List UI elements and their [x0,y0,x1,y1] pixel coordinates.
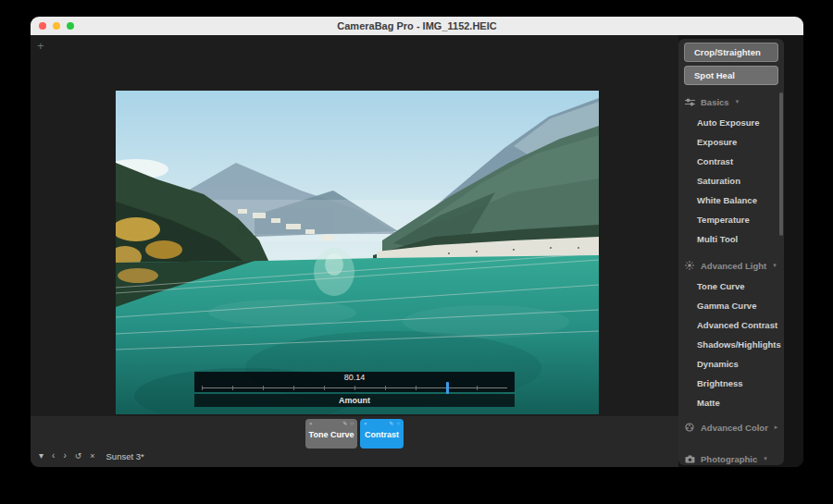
slider-handle[interactable] [446,382,449,394]
current-preset-name: Sunset 3* [106,451,144,461]
previous-preset-icon[interactable]: ‹ [52,450,55,461]
section-header-advanced-color[interactable]: Advanced Color ▸ [678,422,784,433]
adjustment-item[interactable]: Shadows/Highlights [678,335,784,354]
remove-filter-icon[interactable]: × [364,420,367,427]
palette-icon [685,423,696,432]
panel-scrollbar[interactable] [779,92,783,236]
filter-tiles: × ✎ ○ Tone Curve × ✎ [305,419,404,449]
clear-preset-icon[interactable]: × [90,450,94,461]
adjustment-item[interactable]: Saturation [678,171,784,191]
adjustment-item[interactable]: Brightness [678,374,784,393]
adjustment-item[interactable]: Temperature [678,210,784,229]
section-label: Advanced Light [701,261,766,271]
main-area: + [31,35,678,467]
caret-down-icon[interactable]: ▾ [764,455,767,462]
photo-image[interactable]: 80.14 Amount [116,91,599,414]
caret-right-icon[interactable]: ▸ [775,424,778,431]
adjustment-item[interactable]: Gamma Curve [678,296,784,315]
minimize-window-button[interactable] [53,22,60,30]
filter-tile-contrast[interactable]: × ✎ ○ Contrast [360,419,404,449]
caret-down-icon[interactable]: ▾ [736,98,740,105]
reset-icon[interactable]: ↺ [75,450,82,461]
spot-heal-button[interactable]: Spot Heal [684,66,778,85]
right-sidebar: Crop/Straighten Spot Heal Basics ▾ [678,35,803,467]
filter-tile-label: Contrast [360,430,404,439]
adjustment-item[interactable]: Advanced Contrast [678,315,784,335]
filter-tray: × ✎ ○ Tone Curve × ✎ [31,416,678,467]
advanced-light-items: Tone Curve Gamma Curve Advanced Contrast… [678,277,784,412]
filter-tile-tone-curve[interactable]: × ✎ ○ Tone Curve [305,419,357,449]
close-window-button[interactable] [39,22,46,30]
sun-icon [685,261,696,270]
slider-value: 80.14 [194,372,515,383]
adjustment-item[interactable]: Matte [678,393,784,412]
remove-filter-icon[interactable]: × [309,420,313,427]
toggle-filter-icon[interactable]: ○ [350,420,354,427]
section-label: Photographic [701,454,757,464]
title-bar[interactable]: CameraBag Pro - IMG_1152.HEIC [31,17,803,35]
section-label: Advanced Color [701,423,768,433]
collapse-tray-icon[interactable]: ▾ [39,450,44,461]
section-header-advanced-light[interactable]: Advanced Light ▾ [678,260,784,271]
app-window: CameraBag Pro - IMG_1152.HEIC + [31,17,803,467]
adjustment-item[interactable]: White Balance [678,191,784,210]
basics-items: Auto Exposure Exposure Contrast Saturati… [678,113,784,249]
adjustment-item[interactable]: Dynamics [678,354,784,374]
adjustment-slider[interactable]: 80.14 [194,372,515,392]
camera-icon [685,454,696,463]
add-icon[interactable]: + [37,39,44,53]
preset-nav-row: ▾ ‹ › ↺ × Sunset 3* [39,450,144,461]
app-content: + [31,35,803,467]
adjustment-item[interactable]: Exposure [678,132,784,152]
section-header-photographic[interactable]: Photographic ▾ [678,453,784,464]
slider-track[interactable] [202,387,507,388]
adjustments-panel: Crop/Straighten Spot Heal Basics ▾ [678,39,784,465]
slider-label: Amount [194,394,515,407]
section-header-basics[interactable]: Basics ▾ [678,96,784,107]
section-label: Basics [701,97,729,107]
adjustment-item[interactable]: Multi Tool [678,229,784,249]
photo-canvas: + [31,35,678,416]
edit-filter-icon[interactable]: ✎ [342,420,347,427]
zoom-window-button[interactable] [67,22,74,30]
next-preset-icon[interactable]: › [63,450,66,461]
adjustment-item[interactable]: Auto Exposure [678,113,784,132]
traffic-lights [39,22,74,30]
edit-filter-icon[interactable]: ✎ [389,420,393,427]
river-mountain-photo [116,91,599,414]
window-title: CameraBag Pro - IMG_1152.HEIC [337,20,496,31]
adjustment-item[interactable]: Tone Curve [678,277,784,296]
caret-down-icon[interactable]: ▾ [773,262,777,269]
crop-straighten-button[interactable]: Crop/Straighten [684,43,778,62]
adjustment-item[interactable]: Contrast [678,152,784,171]
sliders-icon [685,97,696,106]
filter-tile-label: Tone Curve [305,430,357,439]
toggle-filter-icon[interactable]: ○ [396,420,400,427]
